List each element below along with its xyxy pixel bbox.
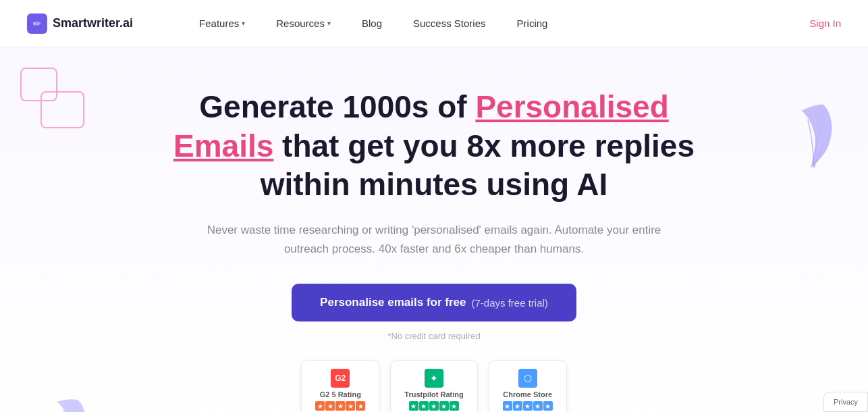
hero-subtitle: Never waste time researching or writing … <box>198 221 670 260</box>
trustpilot-icon: ✦ <box>425 369 443 388</box>
badge-g2: G2 G2 5 Rating ★ ★ ★ ★ ★ 2022 <box>301 360 379 412</box>
star-icon: ★ <box>503 401 512 411</box>
star-icon: ★ <box>450 401 459 411</box>
star-icon: ★ <box>419 401 429 411</box>
nav-item-features[interactable]: Features ▾ <box>187 12 257 34</box>
cta-trial-text: (7-days free trial) <box>472 297 548 309</box>
star-icon: ★ <box>523 401 533 411</box>
star-icon: ★ <box>356 401 365 411</box>
deco-rect-2 <box>40 91 84 128</box>
chrome-label: Chrome Store <box>503 390 552 398</box>
star-icon: ★ <box>513 401 522 411</box>
no-cc-text: *No credit card required <box>387 331 480 341</box>
star-icon: ★ <box>543 401 553 411</box>
star-icon: ★ <box>533 401 543 411</box>
hero-title: Generate 1000s of Personalised Emails th… <box>147 88 721 205</box>
star-icon: ★ <box>315 401 325 411</box>
trustpilot-label: Trustpilot Rating <box>404 390 463 398</box>
chrome-stars: ★ ★ ★ ★ ★ <box>503 401 553 411</box>
privacy-label: Privacy <box>834 398 858 406</box>
nav-links: Features ▾ Resources ▾ Blog Success Stor… <box>187 12 809 34</box>
badge-chrome: ⬡ Chrome Store ★ ★ ★ ★ ★ 2022 <box>489 360 567 412</box>
signin-link[interactable]: Sign In <box>809 18 841 29</box>
nav-item-success-stories[interactable]: Success Stories <box>401 12 498 34</box>
star-icon: ★ <box>409 401 418 411</box>
feather-icon-topright <box>794 101 834 169</box>
trustpilot-stars: ★ ★ ★ ★ ★ <box>409 401 459 411</box>
hero-title-part1: Generate 1000s of <box>199 89 475 124</box>
nav-item-resources[interactable]: Resources ▾ <box>264 12 343 34</box>
logo-icon: ✏ <box>27 14 47 34</box>
badge-trustpilot: ✦ Trustpilot Rating ★ ★ ★ ★ ★ 2022 <box>390 360 477 412</box>
star-icon: ★ <box>346 401 355 411</box>
trust-badges: G2 G2 5 Rating ★ ★ ★ ★ ★ 2022 ✦ Trustpil… <box>301 360 566 412</box>
star-icon: ★ <box>439 401 449 411</box>
logo-text: Smartwriter.ai <box>53 16 133 30</box>
hero-section: Generate 1000s of Personalised Emails th… <box>0 47 868 412</box>
star-icon: ★ <box>335 401 345 411</box>
nav-item-pricing[interactable]: Pricing <box>505 12 560 34</box>
feather-icon-bottomleft <box>54 396 88 412</box>
chevron-down-icon: ▾ <box>242 20 245 27</box>
privacy-badge[interactable]: Privacy <box>823 392 868 412</box>
logo[interactable]: ✏ Smartwriter.ai <box>27 14 133 34</box>
g2-icon: G2 <box>331 369 350 388</box>
cta-label: Personalise emails for free <box>320 296 466 309</box>
star-icon: ★ <box>429 401 439 411</box>
nav-item-blog[interactable]: Blog <box>350 12 394 34</box>
cta-button[interactable]: Personalise emails for free (7-days free… <box>292 284 576 321</box>
chevron-down-icon: ▾ <box>327 20 331 27</box>
hero-title-part2: that get you 8x more replies within minu… <box>261 128 695 203</box>
navigation: ✏ Smartwriter.ai Features ▾ Resources ▾ … <box>0 0 868 47</box>
star-icon: ★ <box>325 401 335 411</box>
g2-stars: ★ ★ ★ ★ ★ <box>315 401 365 411</box>
chrome-icon: ⬡ <box>518 369 537 388</box>
g2-label: G2 5 Rating <box>320 390 361 398</box>
